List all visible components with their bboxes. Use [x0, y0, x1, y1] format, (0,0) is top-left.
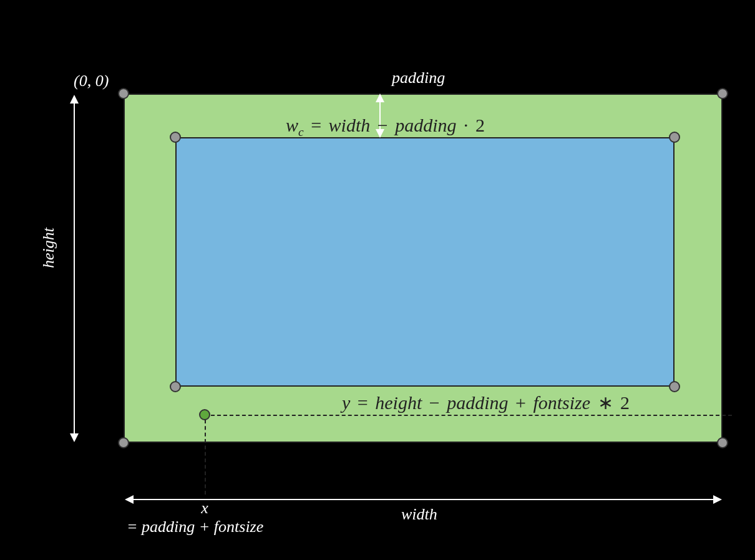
outer-dot-bl: [118, 437, 129, 448]
wc-sub: c: [298, 125, 304, 138]
inner-dot-tr: [669, 132, 680, 143]
inner-dot-tl: [170, 132, 181, 143]
wc-var: w: [286, 115, 298, 135]
y-eq: =: [355, 392, 371, 413]
height-label: height: [39, 228, 58, 268]
x-var: x: [201, 499, 208, 517]
x-value-label: = padding + fontsize: [127, 518, 263, 536]
outer-dot-br: [717, 437, 728, 448]
padding-arrow-head-up: [376, 94, 384, 102]
y-var: y: [342, 392, 350, 413]
y-d: 2: [620, 392, 630, 413]
inner-rectangle: [175, 137, 675, 387]
diagram-canvas: (0, 0) height width padding x = padding …: [30, 25, 729, 536]
height-arrow-head-up: [70, 95, 79, 104]
y-minus: −: [427, 392, 442, 413]
y-formula: y = height − padding + fontsize ∗ 2: [342, 392, 630, 413]
wc-a: width: [329, 115, 371, 135]
x-marker-dot: [199, 409, 210, 420]
height-arrow-head-down: [70, 433, 79, 442]
wc-b: padding: [395, 115, 456, 135]
width-arrow-head-left: [125, 495, 134, 504]
width-label: width: [401, 505, 437, 524]
wc-eq: =: [308, 115, 324, 135]
y-star: ∗: [595, 392, 616, 413]
origin-label: (0, 0): [74, 72, 109, 90]
height-arrow-line: [74, 102, 75, 434]
wc-dot: ·: [461, 115, 471, 135]
outer-dot-tr: [717, 88, 728, 99]
y-a: height: [375, 392, 422, 413]
dashed-line-vertical: [205, 420, 206, 495]
wc-minus: −: [375, 115, 391, 135]
padding-label: padding: [392, 69, 445, 87]
y-b: padding: [447, 392, 508, 413]
x-label: x: [170, 499, 239, 518]
wc-formula: wc = width − padding · 2: [286, 115, 485, 139]
inner-dot-bl: [170, 381, 181, 392]
dashed-line-horizontal: [211, 415, 732, 416]
wc-c: 2: [475, 115, 485, 135]
outer-dot-tl: [118, 88, 129, 99]
inner-dot-br: [669, 381, 680, 392]
width-arrow-head-right: [713, 495, 722, 504]
y-plus: +: [513, 392, 528, 413]
y-c: fontsize: [533, 392, 590, 413]
